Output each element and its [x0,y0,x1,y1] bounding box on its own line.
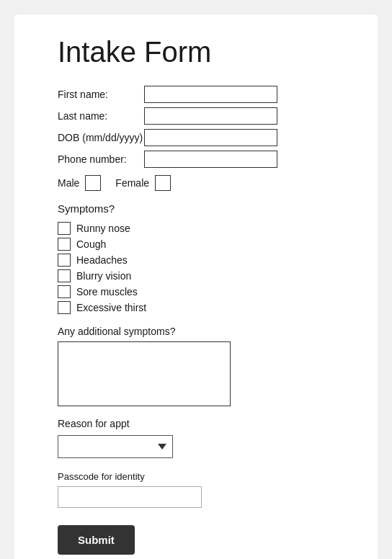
additional-symptoms-label: Any additional symptoms? [58,326,349,337]
dob-row: DOB (mm/dd/yyyy) [58,129,349,146]
phone-input[interactable] [144,151,277,168]
male-label: Male [58,177,79,189]
checkbox-headaches[interactable] [58,254,71,267]
symptom-label-runny-nose: Runny nose [76,223,130,234]
list-item: Runny nose [58,222,349,235]
symptom-label-sore-muscles: Sore muscles [76,286,138,298]
checkbox-sore-muscles[interactable] [58,285,71,298]
last-name-row: Last name: [58,107,349,125]
symptom-label-headaches: Headaches [76,254,128,266]
dob-input[interactable] [144,129,277,146]
passcode-input[interactable] [58,486,202,508]
first-name-row: First name: [58,86,349,103]
passcode-label: Passcode for identity [58,471,349,482]
last-name-input[interactable] [144,107,277,125]
submit-button[interactable]: Submit [58,525,135,555]
symptoms-heading: Symptoms? [58,202,349,215]
checkbox-excessive-thirst[interactable] [58,301,71,314]
symptom-label-blurry-vision: Blurry vision [76,270,131,282]
list-item: Blurry vision [58,269,349,282]
phone-label: Phone number: [58,153,144,165]
checkbox-blurry-vision[interactable] [58,269,71,282]
gender-row: Male Female [58,175,349,191]
first-name-input[interactable] [144,86,277,103]
symptom-list: Runny nose Cough Headaches Blurry vision… [58,222,349,314]
checkbox-cough[interactable] [58,238,71,251]
checkbox-runny-nose[interactable] [58,222,71,235]
additional-symptoms-input[interactable] [58,341,231,406]
list-item: Excessive thirst [58,301,349,314]
reason-select-wrapper: Consultation Follow-up Emergency Other [58,435,173,471]
female-checkbox[interactable] [155,175,171,191]
first-name-label: First name: [58,89,144,100]
symptoms-section: Symptoms? Runny nose Cough Headaches Blu… [58,202,349,406]
dob-label: DOB (mm/dd/yyyy) [58,132,144,143]
list-item: Sore muscles [58,285,349,298]
symptom-label-excessive-thirst: Excessive thirst [76,302,146,313]
phone-row: Phone number: [58,151,349,168]
symptom-label-cough: Cough [76,238,106,250]
list-item: Cough [58,238,349,251]
female-label: Female [115,177,149,189]
reason-select[interactable]: Consultation Follow-up Emergency Other [58,435,173,458]
last-name-label: Last name: [58,110,144,122]
male-checkbox[interactable] [85,175,101,191]
form-container: Intake Form First name: Last name: DOB (… [14,14,378,559]
page-title: Intake Form [58,36,349,68]
reason-label: Reason for appt [58,418,349,429]
list-item: Headaches [58,254,349,267]
